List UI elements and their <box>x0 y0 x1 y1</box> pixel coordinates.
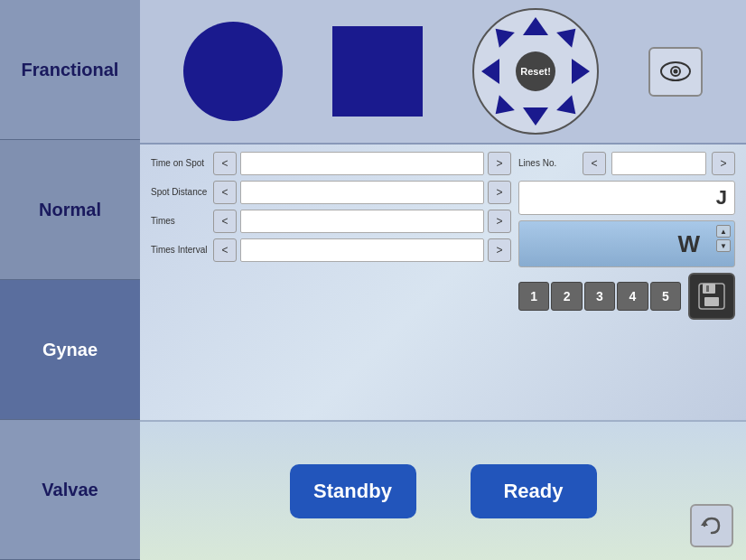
right-controls: Lines No. < > J W ▲ ▼ <box>518 152 735 320</box>
times-input[interactable] <box>240 210 484 233</box>
sidebar-item-franctional[interactable]: Franctional <box>0 0 140 140</box>
bottom-section: Standby Ready <box>140 420 746 560</box>
sidebar-label-franctional: Franctional <box>22 60 119 80</box>
times-interval-input[interactable] <box>240 238 484 262</box>
spot-distance-right-btn[interactable]: > <box>488 181 511 204</box>
sidebar-item-normal[interactable]: Normal <box>0 140 140 280</box>
top-section: Reset! <box>140 0 746 145</box>
dpad-right-arrow[interactable] <box>572 59 590 84</box>
undo-icon <box>699 513 724 538</box>
sidebar-label-valvae: Valvae <box>42 480 98 500</box>
dpad-downright-arrow[interactable] <box>556 95 583 122</box>
dpad-down-arrow[interactable] <box>523 107 548 126</box>
number-buttons: 1 2 3 4 5 <box>518 282 681 311</box>
times-label: Times <box>151 216 210 227</box>
lines-no-row: Lines No. < > <box>518 152 735 175</box>
time-on-spot-left-btn[interactable]: < <box>213 152 237 175</box>
sidebar-label-gynae: Gynae <box>42 340 98 360</box>
square-shape[interactable] <box>332 26 423 117</box>
lines-no-input[interactable] <box>611 152 706 175</box>
svg-rect-6 <box>706 285 709 292</box>
w-display: W ▲ ▼ <box>518 220 735 267</box>
dpad-downleft-arrow[interactable] <box>488 95 515 122</box>
svg-point-2 <box>674 70 678 74</box>
num-btn-5[interactable]: 5 <box>650 282 681 311</box>
j-display: J <box>518 181 735 215</box>
left-controls: Time on Spot < > Spot Distance < <box>151 152 511 320</box>
save-button[interactable] <box>688 273 735 320</box>
directional-pad[interactable]: Reset! <box>472 8 599 135</box>
spot-distance-input[interactable] <box>240 181 484 204</box>
undo-button[interactable] <box>690 504 733 547</box>
spot-distance-row: Spot Distance < > <box>151 181 511 204</box>
num-btn-4[interactable]: 4 <box>617 282 648 311</box>
eye-button[interactable] <box>648 47 703 97</box>
dpad-up-arrow[interactable] <box>523 17 548 35</box>
main-content: Reset! Time on Spot < <box>140 0 746 560</box>
standby-button[interactable]: Standby <box>290 464 416 518</box>
sidebar-item-valvae[interactable]: Valvae <box>0 420 140 560</box>
circle-shape[interactable] <box>183 22 283 121</box>
time-on-spot-row: Time on Spot < > <box>151 152 511 175</box>
num-btn-2[interactable]: 2 <box>551 282 582 311</box>
lines-no-label: Lines No. <box>518 158 577 169</box>
time-on-spot-label: Time on Spot <box>151 158 210 169</box>
lines-no-right-btn[interactable]: > <box>712 152 735 175</box>
num-btn-3[interactable]: 3 <box>584 282 615 311</box>
number-buttons-row: 1 2 3 4 5 <box>518 273 735 320</box>
sidebar: Franctional Normal Gynae Valvae <box>0 0 140 560</box>
times-interval-label: Times Interval <box>151 245 210 256</box>
w-spinner-up[interactable]: ▲ <box>716 225 731 238</box>
spot-distance-left-btn[interactable]: < <box>213 181 237 204</box>
time-on-spot-right-btn[interactable]: > <box>488 152 511 175</box>
num-btn-1[interactable]: 1 <box>518 282 549 311</box>
dpad-left-arrow[interactable] <box>481 59 499 84</box>
controls-section: Time on Spot < > Spot Distance < <box>140 145 746 420</box>
ready-button[interactable]: Ready <box>471 464 597 518</box>
times-row: Times < > <box>151 210 511 233</box>
svg-rect-5 <box>704 297 719 306</box>
w-spinner-down[interactable]: ▼ <box>716 239 731 252</box>
dpad-reset-button[interactable]: Reset! <box>516 51 555 91</box>
w-spinners: ▲ ▼ <box>716 225 731 252</box>
times-left-btn[interactable]: < <box>213 210 237 233</box>
time-on-spot-input[interactable] <box>240 152 484 175</box>
dpad-upleft-arrow[interactable] <box>488 21 515 48</box>
times-interval-left-btn[interactable]: < <box>213 238 237 262</box>
times-interval-row: Times Interval < > <box>151 238 511 262</box>
save-icon <box>696 281 727 312</box>
times-right-btn[interactable]: > <box>488 210 511 233</box>
sidebar-label-normal: Normal <box>39 200 101 220</box>
dpad-upright-arrow[interactable] <box>556 21 583 48</box>
eye-icon <box>659 61 692 82</box>
spot-distance-label: Spot Distance <box>151 187 210 198</box>
times-interval-right-btn[interactable]: > <box>488 238 511 262</box>
sidebar-item-gynae[interactable]: Gynae <box>0 280 140 420</box>
lines-no-left-btn[interactable]: < <box>583 152 606 175</box>
dpad-outer: Reset! <box>472 8 599 135</box>
